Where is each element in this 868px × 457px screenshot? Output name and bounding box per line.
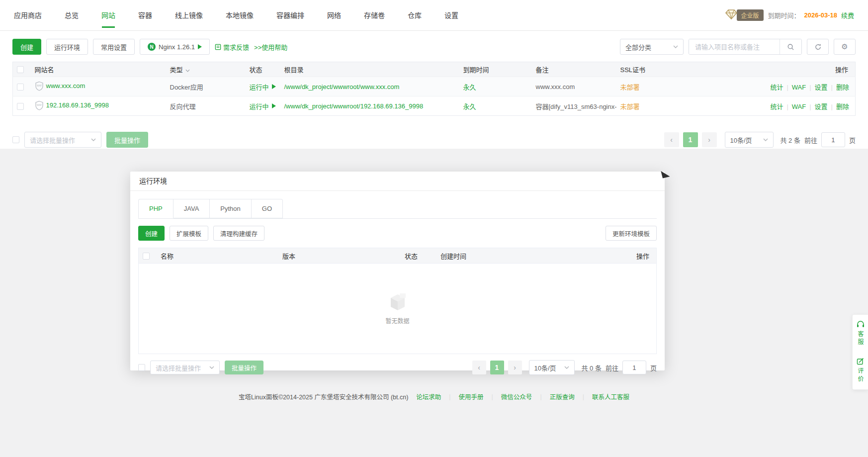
next-page-button[interactable]: › <box>702 132 717 147</box>
review-label: 评价 <box>856 367 865 383</box>
ssl-status[interactable]: 未部署 <box>616 96 695 116</box>
nav-website[interactable]: 网站 <box>101 0 115 31</box>
chevron-down-icon <box>209 366 214 369</box>
expire-date: 2026-03-18 <box>804 11 837 19</box>
settings-action[interactable]: 设置 <box>806 84 827 91</box>
waf-action[interactable]: WAF <box>783 103 806 110</box>
nav-settings[interactable]: 设置 <box>444 0 458 31</box>
root-path-link[interactable]: /www/dk_project/wwwroot/192.168.69.136_9… <box>284 102 424 110</box>
tab-go[interactable]: GO <box>252 199 283 218</box>
nav-volumes[interactable]: 存储卷 <box>364 0 385 31</box>
delete-action[interactable]: 删除 <box>828 84 849 91</box>
modal-goto-page-input[interactable] <box>622 361 646 374</box>
status-play-icon[interactable] <box>272 84 276 89</box>
footer-manual-link[interactable]: 使用手册 <box>459 392 484 401</box>
customer-service-widget[interactable]: 客服 <box>856 321 865 347</box>
modal-select-all-checkbox[interactable] <box>143 253 150 260</box>
page-unit: 页 <box>849 135 856 145</box>
stats-action[interactable]: 统计 <box>770 103 783 110</box>
footer-forum-link[interactable]: 论坛求助 <box>416 392 441 401</box>
tab-java[interactable]: JAVA <box>174 199 210 218</box>
feedback-link[interactable]: 需求反馈 <box>215 42 249 52</box>
goto-page-input[interactable] <box>821 132 845 147</box>
chevron-down-icon <box>763 138 768 141</box>
pagination: ‹ 1 › 10条/页 共 2 条 前往 页 <box>664 132 856 148</box>
tab-python[interactable]: Python <box>210 199 251 218</box>
col-type[interactable]: 类型 <box>166 62 246 77</box>
search-button[interactable] <box>780 39 801 54</box>
nav-compose[interactable]: 容器编排 <box>276 0 304 31</box>
modal-batch-checkbox[interactable] <box>138 364 145 371</box>
update-template-button[interactable]: 更新环境模板 <box>606 226 657 241</box>
common-settings-button[interactable]: 常用设置 <box>93 39 135 55</box>
modal-per-page-select[interactable]: 10条/页 <box>529 360 575 375</box>
mcol-status: 状态 <box>401 248 436 263</box>
footer-support-link[interactable]: 联系人工客服 <box>592 392 629 401</box>
stats-action[interactable]: 统计 <box>770 84 783 91</box>
search-input[interactable] <box>689 39 780 54</box>
footer-license-check-link[interactable]: 正版查询 <box>550 392 575 401</box>
root-path-link[interactable]: /www/dk_project/wwwroot/www.xxx.com <box>284 83 400 91</box>
nav-overview[interactable]: 总览 <box>65 0 79 31</box>
runtime-env-button[interactable]: 运行环境 <box>46 39 88 55</box>
license-area: 企业版 到期时间： 2026-03-18 续费 <box>725 9 854 21</box>
table-row: WAF www.xxx.com Docker应用 运行中 /www/dk_pro… <box>13 77 856 96</box>
select-all-checkbox[interactable] <box>17 66 24 73</box>
nav-online-images[interactable]: 线上镜像 <box>175 0 203 31</box>
site-type: 反向代理 <box>166 96 246 116</box>
modal-batch-pagination-bar: 请选择批量操作 批量操作 ‹ 1 › 10条/页 共 0 条 前往 页 <box>138 354 657 375</box>
waf-shield-icon: WAF <box>35 81 44 91</box>
review-widget[interactable]: 评价 <box>856 358 865 383</box>
refresh-button[interactable] <box>807 39 829 55</box>
site-name-link[interactable]: 192.168.69.136_9998 <box>46 101 109 109</box>
help-link[interactable]: >>使用帮助 <box>254 42 287 52</box>
col-expire: 到期时间 <box>459 62 532 77</box>
modal-corner-fold[interactable] <box>661 169 670 178</box>
renew-link[interactable]: 续费 <box>841 10 854 20</box>
svg-text:WAF: WAF <box>36 84 41 87</box>
create-site-button[interactable]: 创建 <box>12 39 41 55</box>
modal-batch-apply-button[interactable]: 批量操作 <box>225 361 263 374</box>
status-play-icon[interactable] <box>272 103 276 108</box>
row-checkbox[interactable] <box>17 103 24 110</box>
expire-value: 永久 <box>459 96 532 116</box>
nav-app-store[interactable]: 应用商店 <box>14 0 42 31</box>
col-site-name: 网站名 <box>31 62 166 77</box>
delete-action[interactable]: 删除 <box>828 103 849 110</box>
site-toolbar: 创建 运行环境 常用设置 N Nginx 1.26.1 需求反馈 >>使用帮助 … <box>12 39 856 55</box>
nginx-version-button[interactable]: N Nginx 1.26.1 <box>140 39 210 55</box>
modal-create-button[interactable]: 创建 <box>138 226 165 241</box>
ssl-status[interactable]: 未部署 <box>616 77 695 96</box>
footer-wechat-link[interactable]: 微信公众号 <box>501 392 532 401</box>
modal-next-page-button[interactable]: › <box>508 361 522 374</box>
nav-container[interactable]: 容器 <box>138 0 152 31</box>
site-note[interactable]: 容器[dify_v113_sm63-nginx-1]的 <box>532 96 616 116</box>
nav-network[interactable]: 网络 <box>327 0 341 31</box>
prev-page-button[interactable]: ‹ <box>664 132 679 147</box>
table-header-row: 网站名 类型 状态 根目录 到期时间 备注 SSL证书 操作 <box>13 62 856 77</box>
batch-apply-button[interactable]: 批量操作 <box>106 132 148 148</box>
nav-registry[interactable]: 仓库 <box>408 0 422 31</box>
extend-template-button[interactable]: 扩展模板 <box>170 226 208 241</box>
batch-action-select[interactable]: 请选择批量操作 <box>24 132 101 148</box>
clean-cache-button[interactable]: 清理构建缓存 <box>213 226 264 241</box>
per-page-select[interactable]: 10条/页 <box>725 132 774 148</box>
waf-action[interactable]: WAF <box>783 84 806 91</box>
row-checkbox[interactable] <box>17 84 24 91</box>
batch-select-all-checkbox[interactable] <box>12 136 19 143</box>
modal-current-page-button[interactable]: 1 <box>490 361 504 374</box>
plan-badge[interactable]: 企业版 <box>737 9 764 21</box>
nginx-play-icon <box>198 44 202 49</box>
settings-action[interactable]: 设置 <box>806 103 827 110</box>
current-page-button[interactable]: 1 <box>683 132 698 147</box>
modal-prev-page-button[interactable]: ‹ <box>472 361 486 374</box>
table-settings-button[interactable]: ⚙ <box>834 39 856 55</box>
modal-batch-select[interactable]: 请选择批量操作 <box>150 361 220 374</box>
empty-box-icon <box>386 292 410 312</box>
site-name-link[interactable]: www.xxx.com <box>46 82 86 90</box>
runtime-table: 名称 版本 状态 创建时间 操作 暂无数据 <box>138 248 657 354</box>
tab-php[interactable]: PHP <box>138 199 174 218</box>
nav-local-images[interactable]: 本地镜像 <box>226 0 254 31</box>
site-note[interactable]: www.xxx.com <box>532 77 616 96</box>
category-select[interactable]: 全部分类 <box>620 39 684 55</box>
